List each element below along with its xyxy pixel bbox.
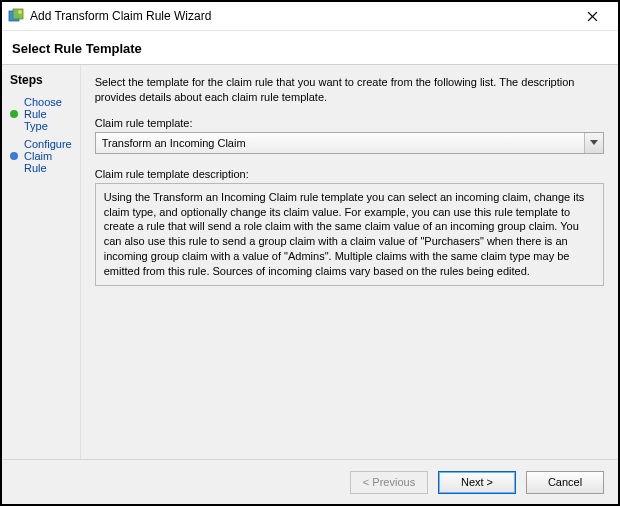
svg-line-4 — [588, 12, 597, 21]
wizard-content: Select the template for the claim rule t… — [81, 65, 618, 459]
chevron-down-icon — [584, 133, 603, 153]
template-description: Using the Transform an Incoming Claim ru… — [95, 183, 604, 286]
app-icon — [8, 8, 24, 24]
step-label: Choose Rule Type — [24, 96, 72, 132]
claim-rule-template-select[interactable]: Transform an Incoming Claim — [95, 132, 604, 154]
previous-button: < Previous — [350, 471, 428, 494]
steps-sidebar: Steps Choose Rule Type Configure Claim R… — [2, 65, 81, 459]
steps-heading: Steps — [10, 73, 72, 87]
description-label: Claim rule template description: — [95, 168, 604, 180]
template-selected-value: Transform an Incoming Claim — [102, 137, 246, 149]
svg-marker-5 — [590, 140, 598, 145]
step-choose-rule-type[interactable]: Choose Rule Type — [10, 93, 72, 135]
intro-text: Select the template for the claim rule t… — [95, 75, 604, 105]
svg-line-3 — [588, 12, 597, 21]
svg-rect-1 — [13, 9, 23, 19]
close-button[interactable] — [572, 2, 612, 30]
svg-point-2 — [18, 10, 22, 14]
step-configure-claim-rule[interactable]: Configure Claim Rule — [10, 135, 72, 177]
step-pending-icon — [10, 152, 18, 160]
window-title: Add Transform Claim Rule Wizard — [30, 9, 572, 23]
cancel-button[interactable]: Cancel — [526, 471, 604, 494]
step-active-icon — [10, 110, 18, 118]
step-label: Configure Claim Rule — [24, 138, 72, 174]
wizard-window: Add Transform Claim Rule Wizard Select R… — [0, 0, 620, 506]
wizard-footer: < Previous Next > Cancel — [2, 459, 618, 504]
next-button[interactable]: Next > — [438, 471, 516, 494]
page-title: Select Rule Template — [2, 31, 618, 64]
titlebar: Add Transform Claim Rule Wizard — [2, 2, 618, 31]
template-label: Claim rule template: — [95, 117, 604, 129]
wizard-body: Steps Choose Rule Type Configure Claim R… — [2, 65, 618, 459]
